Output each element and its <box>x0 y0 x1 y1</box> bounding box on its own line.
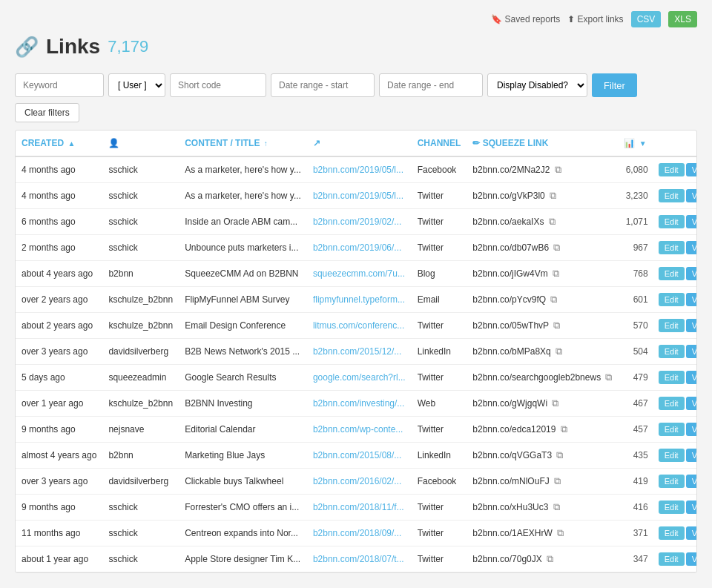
edit-button[interactable]: Edit <box>659 319 685 332</box>
edit-button[interactable]: Edit <box>659 163 685 176</box>
date-end-input[interactable] <box>379 73 483 97</box>
table-row: over 3 years ago davidsilverberg B2B New… <box>16 339 697 365</box>
edit-button[interactable]: Edit <box>659 345 685 358</box>
edit-button[interactable]: Edit <box>659 397 685 410</box>
copy-icon[interactable]: ⧉ <box>556 346 562 357</box>
col-created[interactable]: CREATED ▲ <box>16 131 102 156</box>
keyword-input[interactable] <box>15 73 104 97</box>
cell-url[interactable]: flipmyfunnel.typeform... <box>307 287 412 313</box>
clear-filters-button[interactable]: Clear filters <box>15 103 79 122</box>
copy-icon[interactable]: ⧉ <box>553 501 560 512</box>
cell-channel: Twitter <box>412 235 467 261</box>
view-button[interactable]: View <box>686 501 697 514</box>
cell-user: sschick <box>102 183 179 209</box>
view-button[interactable]: View <box>686 293 697 306</box>
view-button[interactable]: View <box>686 423 697 436</box>
links-icon: 🔗 <box>15 36 39 59</box>
cell-url[interactable]: b2bnn.com/2016/02/... <box>307 469 412 495</box>
cell-url[interactable]: google.com/search?rl... <box>307 365 412 391</box>
col-count[interactable]: 📊 ▼ <box>618 131 652 156</box>
cell-count: 6,080 <box>618 156 652 183</box>
col-url[interactable]: ↗ <box>307 131 412 156</box>
edit-button[interactable]: Edit <box>659 449 685 462</box>
edit-button[interactable]: Edit <box>659 475 685 488</box>
view-button[interactable]: View <box>686 241 697 254</box>
cell-count: 371 <box>618 521 652 546</box>
copy-icon[interactable]: ⧉ <box>557 527 564 538</box>
copy-icon[interactable]: ⧉ <box>554 475 561 486</box>
edit-button[interactable]: Edit <box>659 189 685 202</box>
cell-channel: Web <box>412 391 467 417</box>
table-row: over 1 year ago kschulze_b2bnn B2BNN Inv… <box>16 391 697 417</box>
view-button[interactable]: View <box>686 267 697 280</box>
copy-icon[interactable]: ⧉ <box>547 553 553 564</box>
cell-url[interactable]: b2bnn.com/2015/08/... <box>307 443 412 469</box>
edit-button[interactable]: Edit <box>659 526 685 540</box>
cell-url[interactable]: b2bnn.com/2018/11/f... <box>307 495 412 521</box>
copy-icon[interactable]: ⧉ <box>561 423 567 435</box>
edit-button[interactable]: Edit <box>659 215 685 228</box>
col-user[interactable]: 👤 <box>102 131 179 156</box>
shortcode-input[interactable] <box>170 73 266 97</box>
view-button[interactable]: View <box>686 397 697 410</box>
cell-url[interactable]: b2bnn.com/investing/... <box>307 391 412 417</box>
view-button[interactable]: View <box>686 189 697 202</box>
cell-actions: Edit View Asset <box>653 287 697 313</box>
csv-button[interactable]: CSV <box>631 11 662 27</box>
date-start-input[interactable] <box>271 73 375 97</box>
col-squeeze[interactable]: ✏ SQUEEZE LINK <box>467 131 618 156</box>
edit-button[interactable]: Edit <box>659 241 685 254</box>
cell-created: over 3 years ago <box>16 469 102 495</box>
cell-url[interactable]: litmus.com/conferenc... <box>307 313 412 339</box>
cell-url[interactable]: b2bnn.com/2019/02/... <box>307 209 412 235</box>
cell-url[interactable]: b2bnn.com/2018/09/... <box>307 521 412 546</box>
cell-title: Clickable buys Talkwheel <box>179 469 307 495</box>
filter-button[interactable]: Filter <box>592 73 637 97</box>
cell-url[interactable]: squeezecmm.com/7u... <box>307 261 412 287</box>
user-select[interactable]: [ User ] <box>108 73 165 97</box>
cell-url[interactable]: b2bnn.com/wp-conte... <box>307 417 412 443</box>
view-button[interactable]: View <box>686 526 697 540</box>
edit-button[interactable]: Edit <box>659 501 685 514</box>
cell-actions: Edit View Asset <box>653 235 697 261</box>
display-disabled-select[interactable]: Display Disabled? <box>487 73 587 97</box>
edit-button[interactable]: Edit <box>659 552 685 566</box>
copy-icon[interactable]: ⧉ <box>605 371 612 383</box>
view-button[interactable]: View <box>686 215 697 228</box>
view-button[interactable]: View <box>686 345 697 358</box>
copy-icon[interactable]: ⧉ <box>550 190 556 201</box>
cell-url[interactable]: b2bnn.com/2019/06/... <box>307 235 412 261</box>
view-button[interactable]: View <box>686 449 697 462</box>
cell-url[interactable]: b2bnn.com/2018/07/t... <box>307 546 412 572</box>
edit-button[interactable]: Edit <box>659 423 685 436</box>
xls-button[interactable]: XLS <box>668 11 697 27</box>
cell-url[interactable]: b2bnn.com/2015/12/... <box>307 339 412 365</box>
copy-icon[interactable]: ⧉ <box>555 164 561 175</box>
edit-button[interactable]: Edit <box>659 267 685 280</box>
cell-url[interactable]: b2bnn.com/2019/05/l... <box>307 156 412 183</box>
view-button[interactable]: View <box>686 319 697 332</box>
view-button[interactable]: View <box>686 163 697 176</box>
col-title[interactable]: CONTENT / TITLE ↑ <box>179 131 307 156</box>
cell-url[interactable]: b2bnn.com/2019/05/l... <box>307 183 412 209</box>
view-button[interactable]: View <box>686 371 697 384</box>
edit-button[interactable]: Edit <box>659 371 685 384</box>
sort-count-icon: ▼ <box>639 139 647 148</box>
copy-icon[interactable]: ⧉ <box>556 449 563 460</box>
view-button[interactable]: View <box>686 475 697 488</box>
links-table-container: CREATED ▲ 👤 CONTENT / TITLE ↑ ↗ CHANNEL <box>15 130 697 573</box>
copy-icon[interactable]: ⧉ <box>553 242 560 253</box>
copy-icon[interactable]: ⧉ <box>552 397 558 409</box>
copy-icon[interactable]: ⧉ <box>550 294 557 305</box>
cell-user: kschulze_b2bnn <box>102 287 179 313</box>
edit-button[interactable]: Edit <box>659 293 685 306</box>
col-channel[interactable]: CHANNEL <box>412 131 467 156</box>
cell-squeeze: b2bnn.co/1AEXHrW ⧉ <box>467 521 618 546</box>
view-button[interactable]: View <box>686 552 697 566</box>
cell-count: 504 <box>618 339 652 365</box>
copy-icon[interactable]: ⧉ <box>553 320 560 331</box>
copy-icon[interactable]: ⧉ <box>549 216 556 227</box>
saved-reports-link[interactable]: 🔖 Saved reports <box>491 14 561 24</box>
cell-count: 419 <box>618 469 652 495</box>
copy-icon[interactable]: ⧉ <box>553 268 559 279</box>
